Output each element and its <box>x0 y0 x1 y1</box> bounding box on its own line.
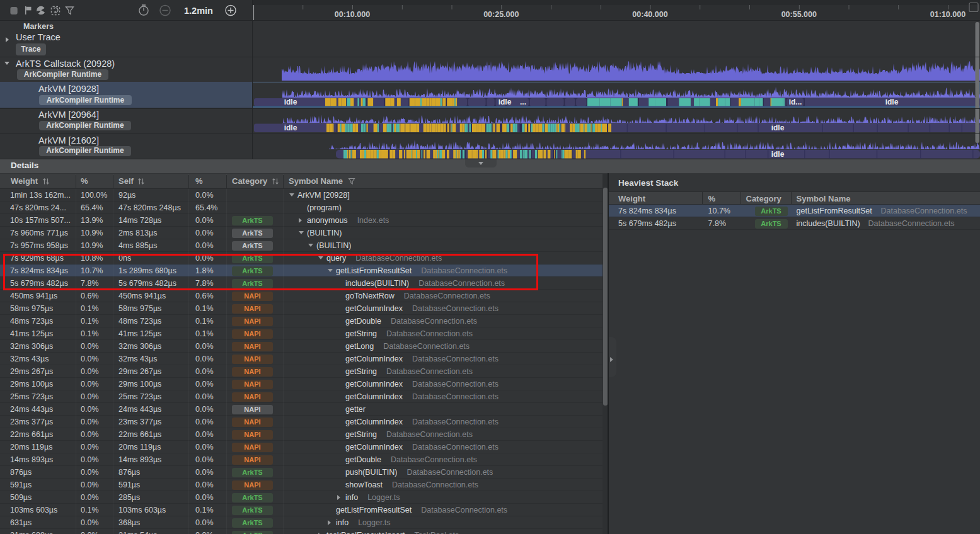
svg-text:idle: idle <box>499 98 512 106</box>
svg-text:01:10.000: 01:10.000 <box>930 10 966 19</box>
svg-text:idle: idle <box>885 98 899 106</box>
svg-text:00:40.000: 00:40.000 <box>632 10 667 19</box>
svg-text:00:55.000: 00:55.000 <box>781 10 817 19</box>
svg-text:idle: idle <box>771 150 785 159</box>
svg-text:idle: idle <box>771 123 785 132</box>
svg-text:id...: id... <box>789 98 802 106</box>
svg-text:00:25.000: 00:25.000 <box>483 10 519 19</box>
svg-text:idle: idle <box>284 98 297 106</box>
svg-text:idle: idle <box>284 123 297 132</box>
svg-text:...: ... <box>520 98 526 106</box>
svg-text:1.2min: 1.2min <box>184 6 213 16</box>
svg-text:00:10.000: 00:10.000 <box>335 10 370 19</box>
